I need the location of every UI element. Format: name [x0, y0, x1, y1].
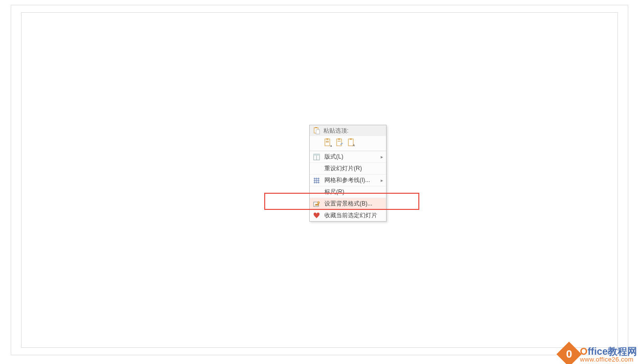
svg-rect-9: [338, 138, 340, 140]
svg-rect-8: [337, 139, 342, 146]
format-background-menu[interactable]: 设置背景格式(B)...: [310, 198, 386, 209]
paste-options-label: 粘贴选顶:: [323, 127, 348, 135]
ruler-label: 标尺(R): [324, 188, 383, 196]
svg-text:A: A: [353, 144, 355, 147]
reset-slide-menu[interactable]: 重设幻灯片(R): [310, 162, 386, 174]
watermark-badge-text: 0: [566, 348, 572, 361]
svg-rect-6: [326, 142, 329, 142]
favorite-slide-menu[interactable]: 收藏当前选定幻灯片: [310, 209, 386, 221]
chevron-right-icon: ▸: [381, 154, 383, 159]
clipboard-icon: [313, 127, 320, 135]
context-menu: 粘贴选顶: a A: [309, 125, 387, 222]
reset-slide-label: 重设幻灯片(R): [324, 164, 383, 173]
svg-rect-10: [338, 141, 341, 141]
watermark: 0 Office教程网 www.office26.com: [560, 345, 637, 363]
grid-guides-menu[interactable]: 网格和参考线(I)... ▸: [310, 174, 386, 186]
layout-icon: [313, 153, 320, 161]
paste-text-only-icon[interactable]: A: [347, 138, 357, 148]
grid-guides-label: 网格和参考线(I)...: [324, 176, 381, 184]
chevron-right-icon: ▸: [381, 178, 383, 183]
watermark-title: Office教程网: [580, 346, 637, 356]
paste-keep-source-icon[interactable]: a: [323, 138, 333, 148]
svg-text:a: a: [330, 144, 332, 147]
svg-rect-15: [314, 154, 320, 156]
svg-rect-1: [315, 127, 317, 128]
format-bg-icon: [313, 200, 320, 208]
layout-menu[interactable]: 版式(L) ▸: [310, 151, 386, 162]
svg-rect-2: [316, 130, 320, 134]
format-background-label: 设置背景格式(B)...: [324, 200, 383, 208]
layout-label: 版式(L): [324, 153, 381, 161]
heart-icon: [313, 212, 320, 220]
svg-rect-4: [326, 138, 328, 140]
watermark-text: Office教程网 www.office26.com: [580, 346, 637, 363]
paste-options-header: 粘贴选顶:: [310, 125, 386, 136]
svg-rect-5: [326, 141, 329, 141]
svg-rect-12: [350, 138, 352, 140]
favorite-slide-label: 收藏当前选定幻灯片: [324, 211, 383, 220]
ruler-menu[interactable]: 标尺(R): [310, 186, 386, 198]
grid-icon: [313, 177, 320, 184]
paste-merge-icon[interactable]: [335, 138, 345, 148]
paste-options-row: a A: [310, 136, 386, 151]
watermark-badge: 0: [557, 342, 582, 364]
svg-point-24: [318, 202, 320, 204]
watermark-url: www.office26.com: [580, 356, 637, 363]
